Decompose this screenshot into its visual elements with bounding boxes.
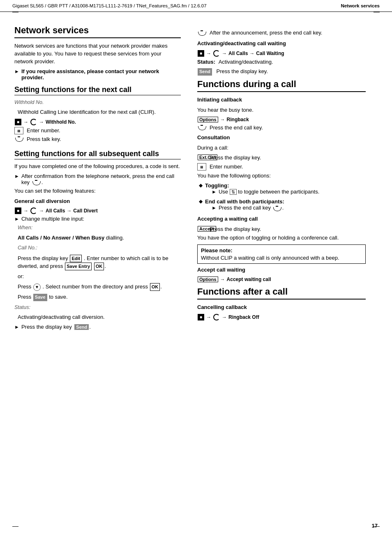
bottom-margin-right [374, 526, 380, 527]
options-btn: Options [198, 117, 218, 122]
page-header: Gigaset SL565 / GBR PTT / A31008-M1715-L… [0, 0, 392, 12]
to-save-text: to save. [49, 294, 68, 300]
send-button: Send [74, 324, 89, 330]
subsequent-p1: If you have completed one of the followi… [14, 163, 181, 171]
section2-title: Setting functions for all subsequent cal… [14, 150, 181, 158]
refresh-icon3 [213, 50, 220, 57]
call-divert-label: Call Divert [73, 208, 97, 214]
end-icon-cell2 [197, 124, 210, 130]
after-announcement-row: After the announcement, press the end ca… [197, 29, 366, 37]
initiating-title: Initiating callback [197, 96, 366, 104]
bottom-margin-left [12, 526, 18, 527]
menu-icon2: ■ [15, 207, 21, 214]
arrow-icon6: ► [212, 205, 217, 211]
after-announcement-text: After the announcement, press the end ca… [210, 29, 366, 37]
enter-number-row: ▦ Enter number. [14, 127, 181, 134]
arrow-icon5: ► [212, 189, 217, 195]
end-call-icon3 [198, 30, 206, 35]
menu-icon3: ■ [198, 50, 204, 57]
press-navi: Press ▼ . Select number from the directo… [18, 283, 181, 291]
ok-button2: OK [150, 283, 160, 291]
header-right: Network services [341, 3, 380, 8]
refresh-icon4 [213, 314, 220, 320]
functions-after-title: Functions after a call [197, 286, 366, 297]
press-display-text: Press the display key Send. [21, 324, 91, 330]
end-both-sub: ► Press the end call key . [205, 205, 284, 211]
subsequent-bullet-label: After confirmation from the telephone ne… [21, 173, 174, 185]
note-box: Please note: Without CLIP a waiting call… [197, 244, 366, 264]
during-call-text: During a call: [197, 144, 366, 152]
toggling-desc: Use ⇅ to toggle between the participants… [219, 189, 319, 195]
nav-arrow5: → [67, 208, 71, 214]
end-call-icon5 [273, 206, 281, 211]
section1-title: Setting functions for the next call [14, 85, 181, 94]
when-label: When: [18, 224, 181, 231]
status-desc: Activating/deactivating call diversion. [18, 313, 181, 321]
status-row: Status: Activating/deactivating. [197, 58, 366, 66]
toggle-icon: ⇅ [230, 189, 237, 195]
or-label: or: [18, 273, 181, 281]
menu-icon4: ■ [198, 314, 204, 320]
cancelling-nav: ■ → → Ringback Off [197, 314, 366, 320]
ringback-nav: Options → Ringback [197, 117, 366, 122]
toggling-sub: ► Use ⇅ to toggle between the participan… [205, 189, 319, 195]
header-left: Gigaset SL565 / GBR PTT / A31008-M1715-L… [12, 3, 207, 8]
nav-arrow12: → [222, 314, 227, 320]
change-line-item: ► Change multiple line input: [14, 216, 181, 222]
press-save-line: Press Save to save. [18, 293, 181, 301]
keypad-icon: ▦ [14, 127, 23, 134]
nav-arrow1: → [23, 119, 28, 125]
subsequent-p2: You can set the following features: [14, 187, 181, 195]
toggling-item: ◆ Toggling: ► Use ⇅ to toggle between th… [199, 182, 366, 197]
extcall-text: Press the display key. [210, 154, 366, 161]
general-diversion-title: General call diversion [14, 198, 181, 205]
arrow-icon4: ► [14, 324, 19, 330]
nav-arrow9: → [220, 117, 225, 122]
refresh-icon [30, 119, 37, 125]
section1-rule [14, 95, 181, 95]
all-calls-label2: All Calls [228, 51, 248, 56]
accept-cell: Accept [197, 226, 210, 232]
page: Gigaset SL565 / GBR PTT / A31008-M1715-L… [0, 0, 392, 537]
when-values: All Calls / No Answer / When Busy dialli… [18, 234, 181, 242]
enter-number-row2: ▦ Enter number. [197, 163, 366, 171]
end-both-label: End call with both participants: [205, 198, 284, 205]
end-both-item: ◆ End call with both participants: ► Pre… [199, 198, 366, 213]
press-talk-row: Press talk key. [14, 136, 181, 143]
intro-bullet-bold: If you require assistance, please contac… [21, 68, 159, 81]
select-number-text: . Select number from the directory and p… [42, 283, 148, 290]
press-display-label: Press the display key [21, 324, 72, 330]
content-area: Network services Network services are fu… [0, 17, 392, 336]
keypad-icon-cell: ▦ [14, 127, 27, 134]
ok-button: OK [94, 263, 104, 270]
end-call-icon-cell [197, 29, 210, 35]
diversion-nav: ■ → → All Calls → Call Divert [14, 207, 181, 214]
toggling-desc-text: Use [219, 189, 228, 195]
press-end-row: Press the end call key. [197, 124, 366, 131]
press-display-item: ► Press the display key Send. [14, 324, 181, 330]
options-btn2: Options [198, 277, 218, 282]
change-line-text: Change multiple line input: [21, 216, 84, 222]
intro-paragraph: Network services are functions that your… [14, 42, 181, 66]
right-column: After the announcement, press the end ca… [189, 21, 378, 336]
endcall-icon-cell [14, 136, 27, 142]
accept-waiting-nav: Options → Accept waiting call [197, 277, 366, 282]
toggling-content: Toggling: ► Use ⇅ to toggle between the … [205, 182, 319, 197]
functions-during-title: Functions during a call [197, 79, 366, 90]
intro-bullet-item: ► If you require assistance, please cont… [14, 68, 181, 81]
accept-toggle-text: You have the option of toggling or holdi… [197, 234, 366, 242]
nav-arrow8: → [249, 51, 254, 56]
accept-waiting-call-label: Accept waiting call [227, 277, 271, 282]
withhold-bold: Withhold No. [46, 119, 76, 125]
ringback-off-label: Ringback Off [228, 314, 259, 320]
accepting-title: Accepting a waiting call [197, 215, 366, 223]
ringback-label: Ringback [227, 117, 249, 122]
extcall-row: Ext.Call Press the display key. [197, 154, 366, 161]
status-label: Status: [14, 304, 181, 311]
refresh-icon2 [30, 207, 37, 214]
accept-row: Accept Press the display key. [197, 226, 366, 233]
page-footer: 17 [372, 523, 378, 529]
nav-arrow4: → [39, 208, 44, 214]
subsequent-bullet-text: After confirmation from the telephone ne… [21, 173, 181, 185]
call-no-desc1: Press the display key [18, 255, 68, 261]
